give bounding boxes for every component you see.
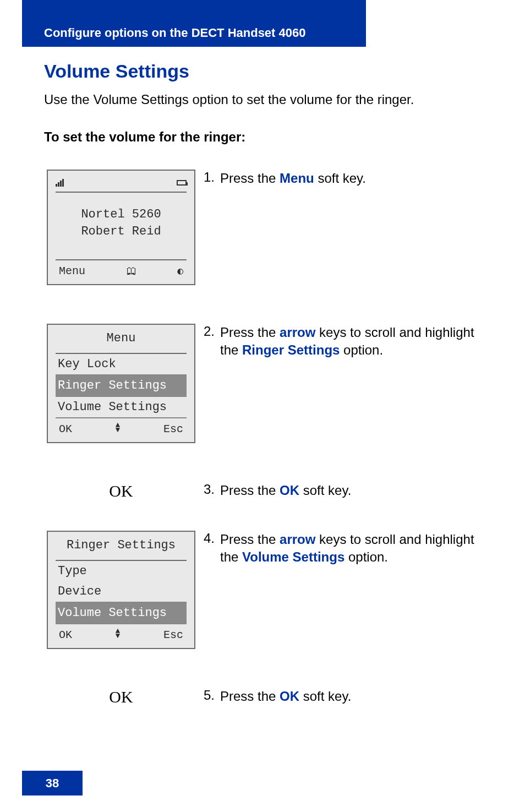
- step-5: OK 5. Press the OK soft key.: [44, 688, 484, 706]
- procedure-heading: To set the volume for the ringer:: [44, 129, 484, 145]
- menu-item-selected: Volume Settings: [56, 603, 187, 624]
- menu-item: Device: [56, 581, 187, 603]
- keyword-ok: OK: [280, 689, 299, 704]
- keyword-ringer-settings: Ringer Settings: [242, 342, 340, 357]
- keyword-arrow: arrow: [280, 325, 315, 340]
- step-number: 4.: [204, 531, 220, 546]
- keyword-ok: OK: [280, 483, 299, 498]
- step-text: Press the arrow keys to scroll and highl…: [220, 324, 484, 359]
- softkey-esc: Esc: [163, 629, 183, 641]
- step-number: 5.: [204, 688, 220, 703]
- menu-title: Ringer Settings: [56, 538, 187, 557]
- page-title: Volume Settings: [44, 61, 484, 82]
- page-number: 38: [22, 771, 83, 795]
- phonebook-icon: 🕮: [127, 266, 136, 277]
- step-text: Press the OK soft key.: [220, 482, 351, 499]
- keyword-volume-settings: Volume Settings: [242, 549, 344, 564]
- softkey-ok: OK: [59, 423, 72, 435]
- step-3: OK 3. Press the OK soft key.: [44, 482, 484, 500]
- handset-screen-ringer: Ringer Settings Type Device Volume Setti…: [47, 531, 195, 649]
- softkey-menu: Menu: [59, 265, 85, 277]
- signal-icon: [56, 179, 64, 187]
- step-number: 3.: [204, 482, 220, 497]
- step-text: Press the arrow keys to scroll and highl…: [220, 531, 484, 566]
- battery-icon: [177, 180, 187, 186]
- keyword-menu: Menu: [280, 171, 314, 186]
- step-text: Press the Menu soft key.: [220, 170, 366, 187]
- handset-screen-menu: Menu Key Lock Ringer Settings Volume Set…: [47, 324, 195, 443]
- menu-item: Volume Settings: [56, 397, 187, 418]
- softkey-esc: Esc: [163, 423, 183, 435]
- step-2: Menu Key Lock Ringer Settings Volume Set…: [44, 324, 484, 443]
- idle-line1: Nortel 5260: [56, 206, 187, 224]
- step-1: Nortel 5260 Robert Reid Menu 🕮 ◐ 1. Pres…: [44, 170, 484, 285]
- handset-screen-idle: Nortel 5260 Robert Reid Menu 🕮 ◐: [47, 170, 195, 285]
- header-bar-text: Configure options on the DECT Handset 40…: [44, 26, 305, 40]
- menu-item: Type: [56, 561, 187, 581]
- step-number: 1.: [204, 170, 220, 185]
- redial-icon: ◐: [177, 265, 183, 277]
- menu-item-selected: Ringer Settings: [56, 375, 187, 397]
- idle-line2: Robert Reid: [56, 224, 187, 241]
- step-number: 2.: [204, 324, 220, 339]
- header-bar: Configure options on the DECT Handset 40…: [22, 0, 366, 47]
- ok-indicator: OK: [109, 688, 133, 706]
- ok-indicator: OK: [109, 482, 133, 500]
- menu-title: Menu: [56, 331, 187, 350]
- updown-icon: ▲▼: [116, 423, 120, 432]
- softkey-ok: OK: [59, 629, 72, 641]
- keyword-arrow: arrow: [280, 532, 315, 547]
- menu-item: Key Lock: [56, 354, 187, 375]
- intro-text: Use the Volume Settings option to set th…: [44, 92, 484, 107]
- step-4: Ringer Settings Type Device Volume Setti…: [44, 531, 484, 649]
- updown-icon: ▲▼: [116, 629, 120, 638]
- step-text: Press the OK soft key.: [220, 688, 351, 705]
